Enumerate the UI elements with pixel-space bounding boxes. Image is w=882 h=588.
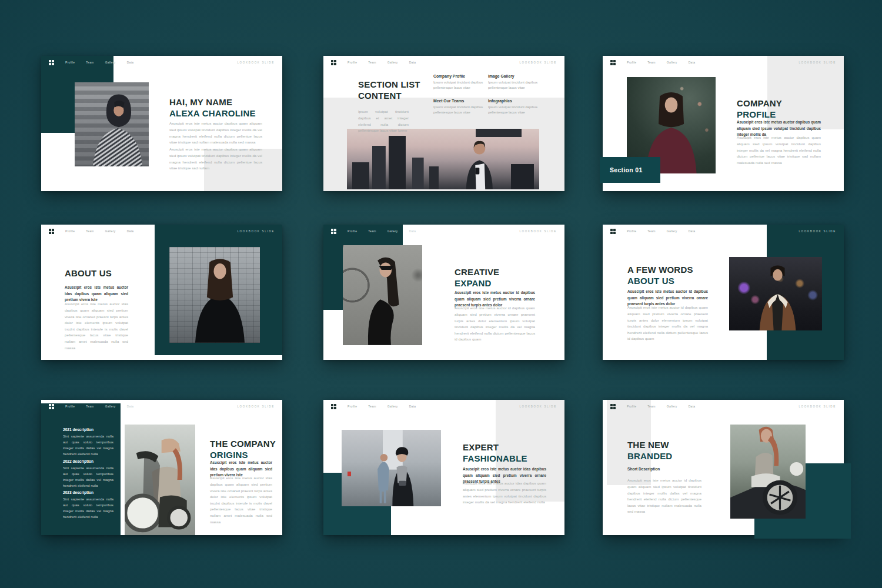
slide-title: SECTION LISTCONTENT (358, 79, 420, 101)
slide-thumbnail-a-few-words[interactable]: Profile Team Gallery Data LOOKBOOK SLIDE… (603, 225, 844, 360)
nav-team[interactable]: Team (86, 61, 93, 64)
nav-data[interactable]: Data (409, 61, 416, 64)
nav-data[interactable]: Data (689, 61, 696, 64)
grid-icon (610, 404, 616, 409)
nav-gallery[interactable]: Gallery (105, 61, 116, 64)
slide-title: ABOUT US (65, 268, 112, 279)
nav-data[interactable]: Data (409, 405, 416, 408)
grid-icon (49, 60, 54, 65)
slide-header: Profile Team Gallery Data LOOKBOOK SLIDE (41, 400, 282, 413)
portrait-photo-black-blazer (169, 247, 260, 343)
slide-header: Profile Team Gallery Data LOOKBOOK SLIDE (603, 225, 844, 238)
nav-gallery[interactable]: Gallery (105, 229, 116, 233)
grid-icon (331, 404, 336, 409)
slide-nav: Profile Team Gallery Data (336, 229, 416, 233)
list-item: Image Gallery Ipsum volutpat tincidunt d… (488, 74, 542, 91)
slide-header: Profile Team Gallery Data LOOKBOOK SLIDE (323, 225, 564, 238)
nav-profile[interactable]: Profile (348, 229, 357, 233)
nav-team[interactable]: Team (368, 405, 376, 408)
slide-header: Profile Team Gallery Data LOOKBOOK SLIDE (41, 225, 282, 238)
nav-data[interactable]: Data (127, 229, 134, 233)
slide-nav: Profile Team Gallery Data (54, 405, 133, 408)
nav-profile[interactable]: Profile (65, 229, 75, 233)
grid-icon (331, 229, 336, 234)
motorcycle-photo (125, 425, 195, 535)
nav-gallery[interactable]: Gallery (387, 61, 398, 64)
slide-thumbnail-section-list[interactable]: Profile Team Gallery Data LOOKBOOK SLIDE… (323, 56, 564, 191)
nav-data[interactable]: Data (127, 405, 134, 408)
nav-gallery[interactable]: Gallery (387, 405, 398, 408)
nav-team[interactable]: Team (86, 405, 93, 408)
grid-icon (610, 60, 616, 65)
brand-label: LOOKBOOK SLIDE (237, 405, 275, 408)
nav-data[interactable]: Data (127, 61, 134, 64)
slide-title: THE COMPANYORIGINS (210, 439, 276, 460)
nav-data[interactable]: Data (689, 229, 696, 233)
nav-team[interactable]: Team (647, 405, 655, 408)
slide-thumbnail-intro[interactable]: Profile Team Gallery Data LOOKBOOK SLIDE… (41, 56, 282, 191)
slide-header: Profile Team Gallery Data LOOKBOOK SLIDE (603, 56, 844, 69)
slide-thumbnail-company-origins[interactable]: Profile Team Gallery Data LOOKBOOK SLIDE… (41, 400, 282, 535)
brand-label: LOOKBOOK SLIDE (519, 230, 557, 233)
street-style-photo (342, 430, 441, 506)
nav-data[interactable]: Data (409, 229, 416, 233)
body-paragraph: Asuscipit eros iste metus auctor dapibus… (169, 121, 262, 146)
nav-profile[interactable]: Profile (627, 61, 636, 64)
nav-gallery[interactable]: Gallery (387, 229, 398, 233)
intro-paragraph: Ipsum volutpat tincidunt dapibus et amet… (358, 109, 409, 134)
slide-nav: Profile Team Gallery Data (54, 229, 133, 233)
slides-gallery: Profile Team Gallery Data LOOKBOOK SLIDE… (0, 0, 882, 588)
slide-nav: Profile Team Gallery Data (336, 61, 416, 64)
nav-profile[interactable]: Profile (65, 405, 75, 408)
nav-profile[interactable]: Profile (348, 405, 357, 408)
motorcycle-rider-photo (730, 425, 806, 519)
nav-team[interactable]: Team (647, 229, 655, 233)
brand-label: LOOKBOOK SLIDE (519, 405, 557, 408)
body-paragraph: Asuscipit eros iste metus auctor dapibus… (737, 135, 821, 166)
brand-label: LOOKBOOK SLIDE (799, 61, 836, 64)
timeline-item: 2023 description Sint sapiente assumenda… (63, 490, 113, 520)
nav-profile[interactable]: Profile (627, 405, 636, 408)
nav-profile[interactable]: Profile (348, 61, 357, 64)
brand-label: LOOKBOOK SLIDE (799, 405, 836, 408)
nav-data[interactable]: Data (689, 405, 696, 408)
portrait-photo-black-dress (343, 245, 422, 345)
nav-team[interactable]: Team (368, 61, 376, 64)
grid-icon (331, 60, 336, 65)
brand-label: LOOKBOOK SLIDE (237, 230, 275, 233)
nav-gallery[interactable]: Gallery (667, 229, 677, 233)
slide-thumbnail-the-new-branded[interactable]: Profile Team Gallery Data LOOKBOOK SLIDE… (603, 400, 844, 535)
short-description-label: Short Description (627, 467, 660, 471)
slide-title: CREATIVEEXPAND (455, 267, 499, 289)
body-paragraph: Asuscipit eros iste metus auctor id dapi… (627, 477, 701, 515)
list-item: Infographics Ipsum volutpat tincidunt da… (488, 99, 542, 116)
slide-title: A FEW WORDSABOUT US (627, 265, 693, 286)
nav-gallery[interactable]: Gallery (105, 405, 116, 408)
portrait-photo-brown-jacket (729, 257, 822, 330)
slide-thumbnail-about-us[interactable]: Profile Team Gallery Data LOOKBOOK SLIDE… (41, 225, 282, 360)
slide-header: Profile Team Gallery Data LOOKBOOK SLIDE (323, 400, 564, 413)
timeline-item: 2021 description Sint sapiente assumenda… (63, 427, 113, 457)
nav-profile[interactable]: Profile (627, 229, 636, 233)
slide-header: Profile Team Gallery Data LOOKBOOK SLIDE (41, 56, 282, 69)
slide-thumbnail-creative-expand[interactable]: Profile Team Gallery Data LOOKBOOK SLIDE… (323, 225, 564, 360)
slide-thumbnail-expert-fashionable[interactable]: Profile Team Gallery Data LOOKBOOK SLIDE… (323, 400, 564, 535)
slide-nav: Profile Team Gallery Data (616, 229, 695, 233)
list-item: Company Profile Ipsum volutpat tincidunt… (433, 74, 487, 91)
slide-thumbnail-company-profile[interactable]: Profile Team Gallery Data LOOKBOOK SLIDE… (603, 56, 844, 191)
grid-icon (610, 229, 616, 234)
body-paragraph: Asuscipit eros iste metus auctor id dapi… (455, 305, 535, 343)
nav-team[interactable]: Team (86, 229, 93, 233)
slide-nav: Profile Team Gallery Data (54, 61, 133, 64)
nav-gallery[interactable]: Gallery (667, 61, 677, 64)
body-paragraph: Asuscipit eros iste metus auctor id dapi… (627, 305, 708, 342)
slide-title: THE NEWBRANDED (627, 440, 672, 462)
nav-profile[interactable]: Profile (65, 61, 75, 64)
nav-team[interactable]: Team (647, 61, 655, 64)
slide-title: EXPERTFASHIONABLE (463, 442, 527, 464)
section-badge: Section 01 (600, 157, 660, 183)
nav-gallery[interactable]: Gallery (667, 405, 677, 408)
brand-label: LOOKBOOK SLIDE (237, 61, 275, 64)
nav-team[interactable]: Team (368, 229, 376, 233)
body-paragraph: Asuscipit eros iste metus auctor idas da… (65, 301, 128, 351)
